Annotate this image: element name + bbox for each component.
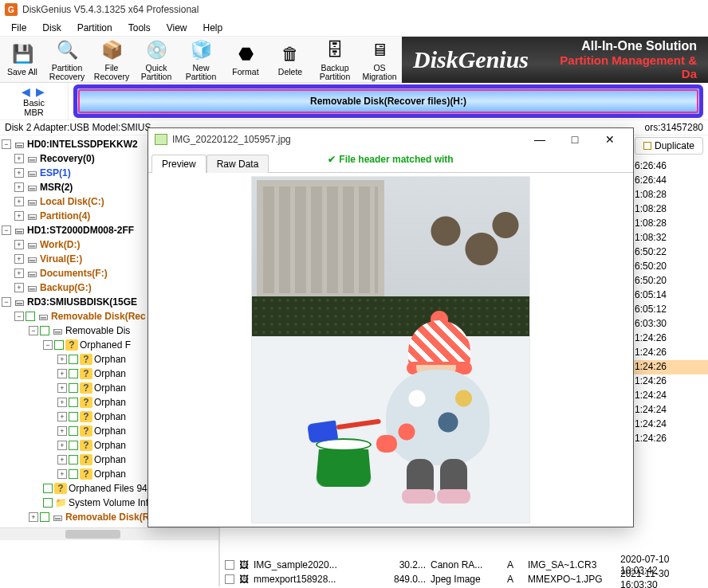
date-cell[interactable]: 6:50:20 bbox=[631, 260, 708, 274]
tool-quick-partition[interactable]: 💿Quick Partition bbox=[134, 37, 179, 83]
checkbox[interactable] bbox=[69, 355, 78, 364]
expand-icon[interactable]: + bbox=[57, 412, 67, 421]
tree-orphaned-root[interactable]: Orphaned F bbox=[80, 339, 131, 351]
minimize-button[interactable]: — bbox=[523, 130, 557, 149]
tree-orphan-item[interactable]: Orphan bbox=[94, 354, 126, 365]
date-cell[interactable]: 6:05:14 bbox=[631, 288, 708, 303]
date-cell[interactable]: 1:24:24 bbox=[631, 403, 708, 417]
tree-orphan-item[interactable]: Orphan bbox=[94, 468, 126, 480]
preview-titlebar[interactable]: IMG_20220122_105957.jpg — □ ✕ bbox=[148, 128, 633, 151]
expand-icon[interactable]: + bbox=[57, 455, 67, 465]
checkbox[interactable] bbox=[225, 574, 234, 584]
tree-removable-rec[interactable]: Removable Disk(Rec bbox=[51, 311, 146, 322]
expand-icon[interactable]: + bbox=[57, 383, 67, 393]
tab-raw-data[interactable]: Raw Data bbox=[206, 155, 269, 173]
checkbox[interactable] bbox=[69, 383, 78, 393]
expand-icon[interactable]: + bbox=[14, 197, 24, 206]
checkbox[interactable] bbox=[40, 326, 49, 335]
date-cell[interactable]: 1:24:26 bbox=[631, 331, 708, 346]
date-cell[interactable]: 1:24:26 bbox=[631, 432, 708, 446]
tree-rd3[interactable]: RD3:SMIUSBDISK(15GE bbox=[27, 296, 137, 308]
expand-icon[interactable]: + bbox=[29, 512, 38, 522]
tool-save-all[interactable]: 💾Save All bbox=[0, 37, 45, 83]
tool-format[interactable]: ⬣Format bbox=[223, 37, 268, 83]
checkbox[interactable] bbox=[43, 484, 53, 493]
tree-partition[interactable]: Documents(F:) bbox=[40, 268, 108, 279]
checkbox[interactable] bbox=[69, 412, 78, 421]
tool-new-partition[interactable]: 🧊New Partition bbox=[179, 37, 223, 83]
menu-partition[interactable]: Partition bbox=[71, 21, 119, 35]
date-cell[interactable]: 1:24:26 bbox=[631, 346, 708, 360]
expand-icon[interactable]: + bbox=[57, 441, 67, 450]
collapse-icon[interactable]: − bbox=[2, 225, 11, 235]
checkbox[interactable] bbox=[54, 340, 64, 350]
tree-partition[interactable]: MSR(2) bbox=[40, 182, 73, 193]
tool-file-recovery[interactable]: 📦File Recovery bbox=[89, 37, 134, 83]
tree-hd1[interactable]: HD1:ST2000DM008-2FF bbox=[27, 225, 134, 236]
menu-disk[interactable]: Disk bbox=[36, 21, 67, 35]
date-cell[interactable]: 1:08:32 bbox=[631, 231, 708, 245]
collapse-icon[interactable]: − bbox=[2, 297, 11, 307]
expand-icon[interactable]: + bbox=[14, 283, 24, 292]
file-row[interactable]: 🖼 mmexport158928... 849.0... Jpeg Image … bbox=[225, 572, 708, 586]
expand-icon[interactable]: + bbox=[14, 240, 24, 249]
maximize-button[interactable]: □ bbox=[558, 130, 592, 149]
tab-preview[interactable]: Preview bbox=[151, 155, 206, 173]
date-cell[interactable]: 6:05:12 bbox=[631, 303, 708, 317]
tool-backup-partition[interactable]: 🗄Backup Partition bbox=[313, 37, 357, 83]
duplicate-button[interactable]: Duplicate bbox=[635, 137, 703, 155]
tree-orphan-item[interactable]: Orphan bbox=[94, 368, 126, 379]
date-cell[interactable]: 1:24:26 bbox=[631, 360, 708, 374]
tree-hd0[interactable]: HD0:INTELSSDPEKKW2 bbox=[27, 139, 138, 150]
expand-icon[interactable]: + bbox=[57, 355, 67, 364]
tree-orphan-item[interactable]: Orphan bbox=[94, 425, 126, 437]
tree-partition[interactable]: ESP(1) bbox=[40, 167, 71, 178]
tree-scrollbar[interactable] bbox=[0, 527, 218, 540]
tree-orphan-item[interactable]: Orphan bbox=[94, 411, 126, 422]
checkbox[interactable] bbox=[40, 512, 49, 522]
date-cell[interactable]: 6:50:20 bbox=[631, 274, 708, 288]
expand-icon[interactable]: + bbox=[14, 168, 24, 178]
expand-icon[interactable]: + bbox=[14, 211, 24, 221]
tree-partition[interactable]: Backup(G:) bbox=[40, 282, 92, 293]
date-cell[interactable]: 1:24:26 bbox=[631, 374, 708, 389]
checkbox[interactable] bbox=[225, 560, 234, 570]
tool-partition-recovery[interactable]: 🔍Partition Recovery bbox=[45, 37, 89, 83]
disk-nav-arrows[interactable]: ◀ ▶ bbox=[22, 85, 47, 98]
checkbox[interactable] bbox=[69, 469, 78, 479]
tree-partition[interactable]: Local Disk(C:) bbox=[40, 196, 104, 207]
tree-partition[interactable]: Work(D:) bbox=[40, 239, 80, 250]
tree-orphan-item[interactable]: Orphan bbox=[94, 382, 126, 394]
date-cell[interactable]: 6:26:46 bbox=[631, 159, 708, 174]
checkbox[interactable] bbox=[26, 312, 35, 321]
expand-icon[interactable]: + bbox=[14, 182, 24, 192]
collapse-icon[interactable]: − bbox=[14, 312, 24, 321]
close-button[interactable]: ✕ bbox=[593, 130, 627, 149]
checkbox[interactable] bbox=[43, 498, 53, 508]
date-cell[interactable]: 6:50:22 bbox=[631, 245, 708, 260]
collapse-icon[interactable]: − bbox=[29, 326, 38, 335]
tree-orphan-item[interactable]: Orphan bbox=[94, 397, 126, 408]
tool-os-migration[interactable]: 🖥OS Migration bbox=[357, 37, 402, 83]
expand-icon[interactable]: + bbox=[57, 426, 67, 436]
menu-help[interactable]: Help bbox=[197, 21, 230, 35]
tree-partition[interactable]: Partition(4) bbox=[40, 210, 90, 221]
date-cell[interactable]: 1:08:28 bbox=[631, 217, 708, 231]
date-cell[interactable]: 1:08:28 bbox=[631, 202, 708, 217]
tree-orphaned-files[interactable]: Orphaned Files 9412 bbox=[69, 483, 158, 494]
disk-map[interactable]: Removable Disk(Recover files)(H:) bbox=[73, 84, 703, 118]
date-cell[interactable]: 1:08:28 bbox=[631, 188, 708, 202]
expand-icon[interactable]: + bbox=[57, 469, 67, 479]
collapse-icon[interactable]: − bbox=[43, 340, 53, 350]
expand-icon[interactable]: + bbox=[57, 398, 67, 407]
tree-partition[interactable]: Virual(E:) bbox=[40, 253, 82, 265]
tree-partition[interactable]: Recovery(0) bbox=[40, 153, 95, 164]
date-cell[interactable]: 6:03:30 bbox=[631, 317, 708, 331]
checkbox[interactable] bbox=[69, 398, 78, 407]
collapse-icon[interactable]: − bbox=[2, 139, 11, 149]
date-cell[interactable]: 1:24:24 bbox=[631, 389, 708, 403]
date-cell[interactable]: 1:24:24 bbox=[631, 417, 708, 432]
tree-removable-dis[interactable]: Removable Dis bbox=[65, 325, 130, 336]
menu-tools[interactable]: Tools bbox=[122, 21, 157, 35]
tree-orphan-item[interactable]: Orphan bbox=[94, 440, 126, 451]
